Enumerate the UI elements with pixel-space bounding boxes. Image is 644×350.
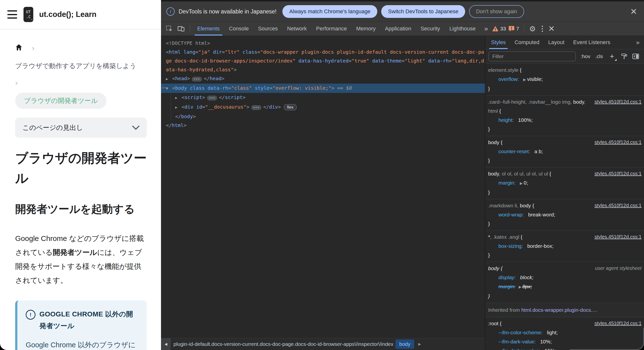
rule-close-brace: } bbox=[488, 251, 642, 260]
breadcrumb-current[interactable]: ブラウザの開発者ツール bbox=[15, 93, 106, 109]
dom-node-head[interactable]: ▶<head>•••</head> bbox=[164, 74, 485, 84]
issues-icon[interactable] bbox=[508, 26, 514, 32]
devtools-tabbar: Elements Console Sources Network Perform… bbox=[161, 22, 644, 36]
rule-selector[interactable]: .markdown li, body { bbox=[488, 201, 592, 210]
rule-element-style: element.style { overflow: ▶ visible; } bbox=[485, 64, 644, 96]
tab-application[interactable]: Application bbox=[380, 22, 416, 36]
docs-page: UT .C ↵ ut.code(); Learn › ブラウザで動作するアプリを… bbox=[0, 0, 161, 350]
css-declaration[interactable]: --ifm-dark-value: 10%; bbox=[488, 337, 642, 346]
alert-circle-icon: ! bbox=[26, 310, 36, 320]
rule-selector[interactable]: element.style { bbox=[488, 65, 642, 75]
settings-gear-icon[interactable]: ⚙ bbox=[527, 25, 538, 33]
match-language-button[interactable]: Always match Chrome's language bbox=[282, 5, 377, 18]
tab-security[interactable]: Security bbox=[416, 22, 444, 36]
dom-node-script[interactable]: ▶<script>•••</script> bbox=[164, 93, 485, 102]
more-tabs-icon[interactable]: » bbox=[636, 39, 642, 46]
breadcrumb-node-path[interactable]: plugin-id-default.docs-version-current.d… bbox=[171, 341, 394, 347]
stylesheet-link[interactable]: styles.4510f12d.css:1 bbox=[594, 319, 642, 328]
dom-node-body-close[interactable]: </body> bbox=[164, 112, 485, 121]
warnings-count: 33 bbox=[500, 26, 506, 32]
tab-console[interactable]: Console bbox=[224, 22, 254, 36]
close-devtools-icon[interactable]: ✕ bbox=[546, 24, 557, 33]
dom-node-body-selected[interactable]: ••• ▼<body class data-rh="class" style="… bbox=[161, 84, 485, 93]
stylesheet-link[interactable]: styles.4510f12d.css:1 bbox=[594, 97, 642, 106]
css-declaration[interactable]: box-sizing: border-box; bbox=[488, 241, 642, 251]
css-declaration[interactable]: height: 100%; bbox=[488, 115, 642, 124]
rendering-emulation-icon[interactable] bbox=[621, 53, 627, 60]
devtools-notification-bar: i DevTools is now available in Japanese!… bbox=[161, 2, 644, 22]
device-toolbar-icon[interactable] bbox=[175, 26, 188, 32]
stylesheet-link[interactable]: styles.4510f12d.css:1 bbox=[594, 169, 642, 178]
stylesheet-link[interactable]: styles.4510f12d.css:1 bbox=[594, 232, 642, 241]
chevron-right-icon: › bbox=[15, 78, 147, 87]
css-declaration[interactable]: word-wrap: break-word; bbox=[488, 210, 642, 219]
tab-elements[interactable]: Elements bbox=[192, 22, 224, 36]
tab-lighthouse[interactable]: Lighthouse bbox=[444, 22, 480, 36]
more-tabs-icon[interactable]: » bbox=[480, 25, 492, 33]
issues-count: 7 bbox=[516, 26, 519, 32]
inherited-node-link[interactable]: html.docs-wrapper.plugin-docs.… bbox=[521, 307, 598, 313]
toggle-pseudo-button[interactable]: :hov bbox=[581, 53, 590, 59]
rule-close-brace: } bbox=[488, 84, 642, 93]
close-icon[interactable]: ✕ bbox=[629, 6, 639, 17]
css-declaration[interactable]: counter-reset: a b; bbox=[488, 147, 642, 156]
info-icon: i bbox=[166, 7, 175, 16]
breadcrumb-back-icon[interactable]: ◀ bbox=[161, 338, 171, 350]
rule-selector[interactable]: :root { bbox=[488, 319, 592, 328]
tab-network[interactable]: Network bbox=[282, 22, 312, 36]
dom-node-html-close[interactable]: </html> bbox=[164, 121, 485, 130]
switch-japanese-button[interactable]: Switch DevTools to Japanese bbox=[381, 5, 465, 18]
tab-layout[interactable]: Layout bbox=[544, 36, 569, 49]
stylesheet-link[interactable]: styles.4510f12d.css:1 bbox=[594, 201, 642, 210]
css-declaration[interactable]: overflow: ▶ visible; bbox=[488, 75, 642, 84]
inspect-element-icon[interactable] bbox=[164, 25, 175, 32]
section-heading: 開発者ツールを起動する bbox=[15, 202, 147, 216]
rule-selector[interactable]: body, ol ol, ol ul, ul ol, ul ul { bbox=[488, 169, 592, 178]
utcode-logo[interactable]: UT .C ↵ bbox=[24, 7, 33, 22]
info-admonition: ! GOOGLE CHROME 以外の開発者ツール Google Chrome … bbox=[15, 300, 147, 350]
tab-memory[interactable]: Memory bbox=[352, 22, 380, 36]
dom-node-html-open[interactable]: <html lang="ja" dir="ltr" class="docs-wr… bbox=[164, 48, 485, 74]
css-declaration[interactable]: --ifm-darker-value: 15%; bbox=[488, 346, 642, 350]
css-declaration-overridden[interactable]: margin: ▶ 8px; bbox=[488, 282, 642, 291]
dont-show-again-button[interactable]: Don't show again bbox=[469, 5, 524, 18]
admonition-title: GOOGLE CHROME 以外の開発者ツール bbox=[40, 308, 138, 332]
warning-icon[interactable] bbox=[492, 26, 499, 32]
site-title[interactable]: ut.code(); Learn bbox=[39, 10, 96, 19]
dom-node-docusaurus-div[interactable]: ▶<div id="__docusaurus">•••</div>flex bbox=[164, 102, 485, 112]
doc-content: › ブラウザで動作するアプリを構築しよう › ブラウザの開発者ツール このページ… bbox=[0, 29, 161, 350]
tab-event-listeners[interactable]: Event Listeners bbox=[569, 36, 615, 49]
breadcrumb-section[interactable]: ブラウザで動作するアプリを構築しよう bbox=[15, 61, 147, 71]
tab-sources[interactable]: Sources bbox=[253, 22, 282, 36]
chevron-right-icon: › bbox=[32, 44, 34, 52]
tab-performance[interactable]: Performance bbox=[312, 22, 352, 36]
toc-collapsible[interactable]: このページの見出し bbox=[15, 118, 147, 138]
dom-breadcrumb-bar: ◀ plugin-id-default.docs-version-current… bbox=[161, 338, 485, 350]
css-declaration[interactable]: display: block; bbox=[488, 273, 642, 282]
menu-hamburger-button[interactable] bbox=[7, 10, 18, 19]
browser-window: UT .C ↵ ut.code(); Learn › ブラウザで動作するアプリを… bbox=[0, 0, 644, 350]
dom-node-doctype[interactable]: <!DOCTYPE html> bbox=[164, 39, 485, 48]
rule-selector[interactable]: body { bbox=[488, 138, 592, 147]
node-menu-dots-icon[interactable]: ••• bbox=[162, 84, 168, 92]
rule-markdown-li: .markdown li, body {styles.4510f12d.css:… bbox=[485, 199, 644, 231]
breadcrumb-selected-node[interactable]: body bbox=[396, 339, 414, 349]
css-declaration[interactable]: margin: ▶ 0; bbox=[488, 178, 642, 188]
breadcrumb-forward-icon[interactable]: ▶ bbox=[415, 342, 424, 346]
new-style-rule-button[interactable]: + bbox=[608, 53, 616, 60]
toggle-class-button[interactable]: .cls bbox=[595, 53, 603, 59]
style-filter-input[interactable] bbox=[489, 52, 576, 61]
css-declaration[interactable]: --ifm-color-scheme: light; bbox=[488, 328, 642, 337]
toggle-sidebar-panel-icon[interactable] bbox=[632, 53, 639, 59]
inherited-label: Inherited from bbox=[488, 307, 521, 313]
rule-selector[interactable]: .card--full-height, .navbar__logo img, b… bbox=[488, 97, 592, 115]
stylesheet-link[interactable]: styles.4510f12d.css:1 bbox=[594, 138, 642, 147]
tab-computed[interactable]: Computed bbox=[510, 36, 544, 49]
devtools-panel: i DevTools is now available in Japanese!… bbox=[161, 0, 644, 350]
home-icon[interactable] bbox=[15, 44, 22, 52]
tab-styles[interactable]: Styles bbox=[487, 36, 510, 49]
rule-selector[interactable]: *, .katex .angl { bbox=[488, 232, 592, 241]
rule-card-full-height: .card--full-height, .navbar__logo img, b… bbox=[485, 96, 644, 136]
kebab-menu-icon[interactable] bbox=[538, 26, 546, 32]
rule-selector[interactable]: body { bbox=[488, 264, 592, 273]
